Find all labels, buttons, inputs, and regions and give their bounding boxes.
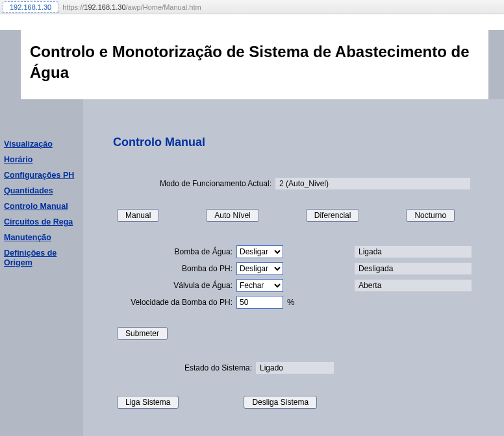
browser-bar: 192.168.1.30 https://192.168.1.30/awp/Ho…: [0, 0, 504, 14]
estado-row: Estado do Sistema: Ligado: [113, 362, 487, 374]
modo-label: Modo de Funcionamento Actual:: [113, 179, 275, 188]
desliga-sistema-button[interactable]: Desliga Sistema: [244, 396, 317, 409]
liga-sistema-button[interactable]: Liga Sistema: [117, 396, 179, 409]
browser-tab[interactable]: 192.168.1.30: [3, 1, 58, 13]
sidebar-item-configuracoes-ph[interactable]: Configurações PH: [4, 171, 81, 180]
velocidade-row: Velocidade da Bomba do PH: %: [113, 296, 487, 309]
bomba-ph-status: Desligada: [355, 263, 472, 274]
url-bar[interactable]: https://192.168.1.30/awp/Home/Manual.htm: [62, 3, 201, 11]
velocidade-label: Velocidade da Bomba do PH:: [113, 298, 236, 307]
sidebar: Visualização Horário Configurações PH Qu…: [0, 99, 83, 274]
tab-label: 192.168.1.30: [10, 3, 51, 11]
submit-button[interactable]: Submeter: [117, 327, 168, 340]
sidebar-item-horario[interactable]: Horário: [4, 155, 81, 165]
mode-buttons: Manual Auto Nível Diferencial Nocturno: [113, 209, 487, 222]
valvula-status: Aberta: [355, 280, 472, 291]
estado-label: Estado do Sistema:: [113, 363, 256, 372]
manual-button[interactable]: Manual: [117, 209, 159, 222]
page-title: Controlo e Monotorização de Sistema de A…: [30, 42, 479, 84]
estado-value: Ligado: [256, 362, 334, 374]
sidebar-item-definicoes-origem[interactable]: Definições de Origem: [4, 248, 81, 268]
content-heading: Controlo Manual: [113, 136, 487, 149]
bomba-agua-status: Ligada: [355, 246, 472, 258]
auto-nivel-button[interactable]: Auto Nível: [206, 209, 258, 222]
bomba-ph-row: Bomba do PH: Desligar Desligada: [113, 262, 487, 275]
system-buttons: Liga Sistema Desliga Sistema: [113, 396, 487, 409]
url-path: /awp/Home/Manual.htm: [126, 3, 201, 11]
valvula-row: Válvula de Água: Fechar Aberta: [113, 279, 487, 292]
sidebar-item-circuitos-rega[interactable]: Circuitos de Rega: [4, 217, 81, 227]
valvula-label: Válvula de Água:: [113, 281, 236, 290]
modo-row: Modo de Funcionamento Actual: 2 (Auto_Ni…: [113, 178, 487, 189]
page: Controlo e Monotorização de Sistema de A…: [0, 30, 504, 436]
sidebar-item-visualizacao[interactable]: Visualização: [4, 139, 81, 149]
url-host: 192.168.1.30: [84, 3, 125, 11]
url-prefix: https://: [62, 3, 84, 11]
nocturno-button[interactable]: Nocturno: [406, 209, 455, 222]
sidebar-item-controlo-manual[interactable]: Controlo Manual: [4, 202, 81, 212]
title-box: Controlo e Monotorização de Sistema de A…: [21, 30, 488, 99]
sidebar-item-manutencao[interactable]: Manutenção: [4, 233, 81, 243]
sidebar-item-quantidades[interactable]: Quantidades: [4, 186, 81, 196]
bomba-agua-select[interactable]: Desligar: [236, 245, 283, 258]
bomba-agua-label: Bomba de Água:: [113, 247, 236, 256]
bomba-ph-label: Bomba do PH:: [113, 264, 236, 273]
velocidade-input[interactable]: [236, 296, 283, 309]
percent-suffix: %: [287, 297, 295, 307]
valvula-select[interactable]: Fechar: [236, 279, 283, 292]
bomba-ph-select[interactable]: Desligar: [236, 262, 283, 275]
bomba-agua-row: Bomba de Água: Desligar Ligada: [113, 245, 487, 258]
modo-value: 2 (Auto_Nivel): [275, 178, 470, 189]
content: Controlo Manual Modo de Funcionamento Ac…: [83, 99, 504, 436]
diferencial-button[interactable]: Diferencial: [306, 209, 360, 222]
